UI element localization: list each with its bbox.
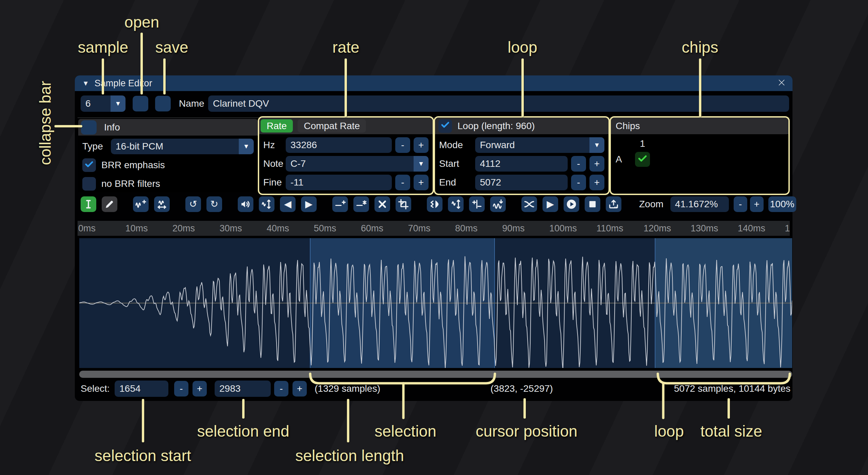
crossfade-icon [523,198,535,210]
chip-enable-toggle[interactable] [635,152,650,167]
hz-input[interactable]: 33286 [286,137,392,153]
waveform-scrollbar[interactable] [79,371,792,378]
fine-minus-button[interactable]: - [395,175,410,190]
fine-plus-button[interactable]: + [414,175,429,190]
sample-number-select[interactable]: 6 ▼ [81,95,126,112]
no-brr-filters-label: no BRR filters [101,178,160,189]
tab-compat-rate[interactable]: Compat Rate [298,119,366,133]
line-star-icon [355,198,367,210]
resample-button[interactable] [154,196,170,212]
pencil-icon [104,198,115,210]
zoom-input[interactable]: 41.1672% [670,196,729,212]
sample-number-value: 6 [81,98,111,109]
fade-out-button[interactable]: ▶ [301,196,317,212]
loop-start-plus-button[interactable]: + [589,156,604,172]
triangle-right-icon: ▶ [305,199,313,209]
ibeam-icon [83,198,94,210]
sample-type-select[interactable]: 16-bit PCM ▼ [111,139,254,154]
upload-icon [608,198,619,210]
signed-unsigned-button[interactable] [469,196,485,212]
reverse-button[interactable] [427,196,443,212]
time-ruler[interactable]: 0ms10ms20ms30ms40ms50ms60ms70ms80ms90ms1… [78,221,790,236]
pointer-line-loop [521,58,524,117]
edit-mode-select-button[interactable] [81,196,96,212]
chevron-down-icon[interactable]: ▼ [589,137,604,153]
play-icon: ▶ [547,199,554,209]
hz-minus-button[interactable]: - [395,137,410,153]
selection-end-plus-button[interactable]: + [293,381,307,397]
apply-silence-button[interactable] [353,196,369,212]
trim-icon [398,198,409,210]
open-sample-button[interactable] [133,96,148,111]
stop-icon [587,198,598,210]
loop-checkbox[interactable] [438,119,452,133]
crossfade-loop-button[interactable] [521,196,537,212]
save-sample-button[interactable] [155,96,171,111]
loop-mode-select[interactable]: Forward ▼ [475,137,604,153]
resize-button[interactable] [133,196,149,212]
import-sample-button[interactable] [606,196,621,212]
brr-emphasis-checkbox[interactable] [82,158,96,172]
loop-end-input[interactable]: 5072 [475,175,568,190]
waveform-view[interactable] [79,238,792,368]
loop-start-value: 4112 [480,158,500,169]
loop-start-input[interactable]: 4112 [475,156,568,172]
amplify-button[interactable] [238,196,253,212]
chip-column-header: 1 [635,138,650,149]
zoom-reset-button[interactable]: 100% [768,196,796,212]
edit-mode-draw-button[interactable] [102,196,117,212]
fine-input[interactable]: -11 [286,175,392,190]
collapse-bar-button[interactable] [81,120,97,135]
zoom-minus-button[interactable]: - [734,196,747,212]
insert-silence-button[interactable] [332,196,348,212]
sample-name-value: Clarinet DQV [213,98,269,109]
note-select[interactable]: C-7 ▼ [286,156,429,172]
trim-button[interactable] [396,196,411,212]
window-titlebar[interactable]: ▼ Sample Editor [75,75,792,91]
tab-rate[interactable]: Rate [261,119,293,133]
stop-preview-button[interactable] [585,196,600,212]
annotation-selection: selection [374,422,436,440]
selection-end-value: 2983 [219,383,240,394]
chevron-down-icon[interactable]: ▼ [414,156,429,172]
no-brr-filters-row[interactable]: no BRR filters [78,176,258,192]
annotation-open: open [124,13,159,31]
ruler-tick: 30ms [220,223,242,234]
fade-in-button[interactable]: ◀ [280,196,296,212]
loop-end-plus-button[interactable]: + [589,175,604,190]
pointer-line-chips [699,58,701,117]
info-panel: Info Type 16-bit PCM ▼ BRR emphasis no B… [78,119,258,192]
invert-button[interactable] [448,196,464,212]
ruler-tick: 70ms [408,223,431,234]
ruler-tick: 50ms [314,223,336,234]
selection-start-plus-button[interactable]: + [193,381,207,397]
window-collapse-icon[interactable]: ▼ [82,80,89,87]
preview-sample-button[interactable]: ▶ [542,196,558,212]
sample-name-input[interactable]: Clarinet DQV [208,95,789,112]
redo-button[interactable]: ↻ [206,196,222,212]
selection-end-input[interactable]: 2983 [215,381,271,397]
apply-filter-button[interactable] [490,196,506,212]
preview-selection-button[interactable] [564,196,579,212]
pointer-line-selection-end [242,399,245,419]
loop-start-minus-button[interactable]: - [571,156,586,172]
brr-emphasis-row[interactable]: BRR emphasis [78,157,258,173]
zoom-plus-button[interactable]: + [750,196,764,212]
normalize-button[interactable] [259,196,274,212]
selection-start-minus-button[interactable]: - [174,381,188,397]
undo-button[interactable]: ↺ [185,196,201,212]
annotation-collapse-bar: collapse bar [36,81,54,165]
chevron-down-icon[interactable]: ▼ [111,95,126,112]
delete-button[interactable] [374,196,390,212]
close-button[interactable] [775,77,788,89]
chips-header-label: Chips [616,121,640,131]
loop-end-label: End [439,177,475,188]
ruler-tick: 90ms [502,223,525,234]
loop-end-minus-button[interactable]: - [571,175,586,190]
annotation-save: save [155,38,188,56]
chevron-down-icon[interactable]: ▼ [239,139,254,154]
selection-end-minus-button[interactable]: - [274,381,288,397]
no-brr-filters-checkbox[interactable] [82,177,96,191]
selection-start-input[interactable]: 1654 [115,381,168,397]
hz-plus-button[interactable]: + [414,137,429,153]
